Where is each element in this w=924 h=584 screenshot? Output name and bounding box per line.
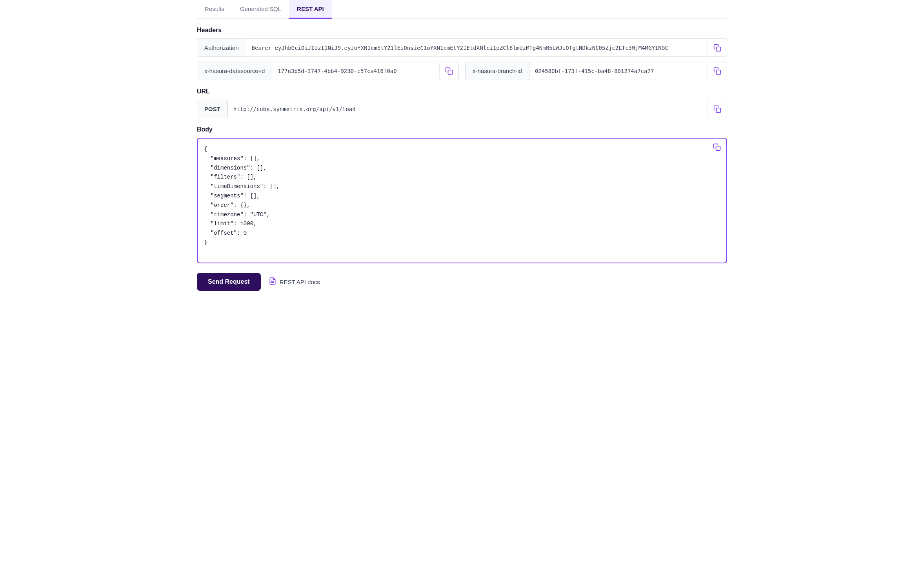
two-col-headers: x-hasura-datasource-id 177e3b5d-3747-4bb… — [197, 62, 727, 80]
datasource-copy-button[interactable] — [439, 63, 458, 79]
body-content: { "measures": [], "dimensions": [], "fil… — [204, 145, 720, 248]
url-section-label: URL — [197, 88, 727, 95]
svg-rect-2 — [717, 70, 721, 74]
svg-rect-1 — [448, 70, 453, 74]
tab-generated-sql[interactable]: Generated SQL — [232, 0, 289, 19]
authorization-value: Bearer eyJhbGciOiJIUzI1NiJ9.eyJoYXN1cmEt… — [246, 39, 708, 57]
datasource-value: 177e3b5d-3747-4bb4-9230-c57ca416f0a0 — [272, 62, 439, 80]
tab-results[interactable]: Results — [197, 0, 232, 19]
svg-rect-3 — [717, 108, 721, 112]
docs-icon — [269, 277, 276, 287]
body-editor[interactable]: { "measures": [], "dimensions": [], "fil… — [197, 138, 727, 263]
branch-value: 024580bf-173f-415c-ba48-801274a7ca77 — [529, 62, 708, 80]
rest-api-docs-label: REST API docs — [280, 279, 320, 285]
authorization-header-row: Authorization Bearer eyJhbGciOiJIUzI1NiJ… — [197, 38, 727, 57]
headers-section-label: Headers — [197, 27, 727, 34]
url-copy-button[interactable] — [708, 101, 727, 117]
bottom-bar: Send Request REST API docs — [197, 273, 727, 300]
url-row: POST http://cube.synmetrix.org/api/v1/lo… — [197, 100, 727, 118]
datasource-header-row: x-hasura-datasource-id 177e3b5d-3747-4bb… — [197, 62, 459, 80]
url-method: POST — [197, 100, 228, 118]
tab-bar: Results Generated SQL REST API — [197, 0, 727, 19]
branch-copy-button[interactable] — [708, 63, 727, 79]
authorization-copy-button[interactable] — [708, 40, 727, 56]
datasource-key: x-hasura-datasource-id — [197, 62, 272, 80]
authorization-key: Authorization — [197, 39, 246, 57]
body-section-label: Body — [197, 126, 727, 133]
url-value: http://cube.synmetrix.org/api/v1/load — [228, 100, 708, 118]
branch-header-row: x-hasura-branch-id 024580bf-173f-415c-ba… — [465, 62, 727, 80]
svg-rect-4 — [716, 146, 720, 151]
branch-key: x-hasura-branch-id — [466, 62, 529, 80]
tab-rest-api[interactable]: REST API — [289, 0, 332, 19]
svg-rect-0 — [717, 47, 721, 51]
send-request-button[interactable]: Send Request — [197, 273, 261, 291]
rest-api-docs-link[interactable]: REST API docs — [269, 277, 320, 287]
body-copy-button[interactable] — [713, 143, 721, 153]
